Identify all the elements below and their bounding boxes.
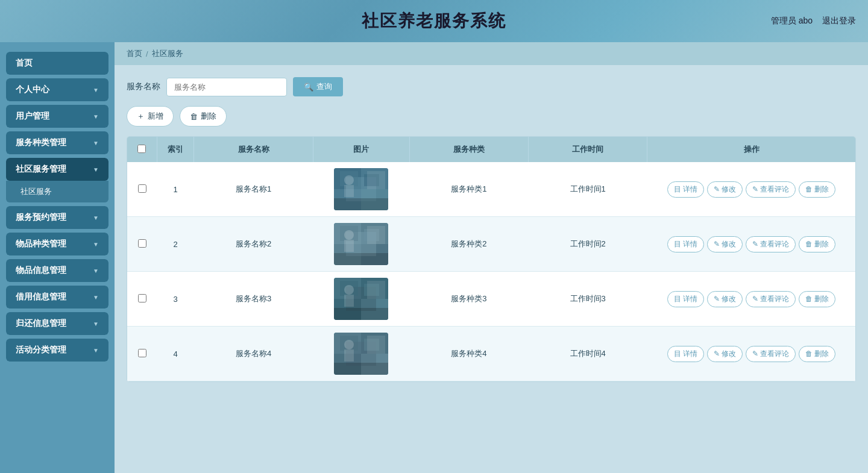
sidebar-return-info-label: 归还信息管理 xyxy=(16,318,66,329)
delete-button[interactable]: 🗑 删除 xyxy=(799,181,835,198)
col-checkbox xyxy=(127,137,157,162)
delete-button[interactable]: 🗑 删除 xyxy=(799,236,835,252)
sidebar-item-goods-info[interactable]: 物品信息管理 ▼ xyxy=(6,259,108,282)
row-name: 服务名称4 xyxy=(194,327,313,381)
comment-button[interactable]: ✎ 查看评论 xyxy=(746,236,796,252)
sidebar-home-header[interactable]: 首页 xyxy=(6,52,108,75)
svg-rect-29 xyxy=(367,281,385,299)
row-time: 工作时间1 xyxy=(529,162,647,217)
sidebar-community-service-header[interactable]: 社区服务管理 ▼ xyxy=(6,158,108,181)
sidebar-item-return-info[interactable]: 归还信息管理 ▼ xyxy=(6,312,108,335)
sidebar-reservation-header[interactable]: 服务预约管理 ▼ xyxy=(6,206,108,229)
row-name: 服务名称2 xyxy=(194,217,313,272)
search-input[interactable] xyxy=(166,78,287,96)
edit-button[interactable]: ✎ 修改 xyxy=(707,236,743,252)
chevron-down-icon: ▼ xyxy=(93,87,99,93)
main-content: 首页 / 社区服务 服务名称 🔍 查询 ＋ 新增 xyxy=(115,42,868,473)
detail-button[interactable]: 目 详情 xyxy=(667,236,704,252)
svg-rect-38 xyxy=(334,363,388,375)
sidebar-item-personal[interactable]: 个人中心 ▼ xyxy=(6,78,108,101)
row-checkbox-cell xyxy=(127,327,157,381)
op-buttons: 目 详情 ✎ 修改 ✎ 查看评论 🗑 删除 xyxy=(653,291,849,307)
row-checkbox-3[interactable] xyxy=(138,294,146,302)
op-buttons: 目 详情 ✎ 修改 ✎ 查看评论 🗑 删除 xyxy=(653,181,849,198)
sidebar-item-reservation[interactable]: 服务预约管理 ▼ xyxy=(6,206,108,229)
svg-rect-28 xyxy=(334,308,388,320)
chevron-down-icon: ▼ xyxy=(93,321,99,327)
breadcrumb-separator: / xyxy=(146,49,148,58)
row-operations: 目 详情 ✎ 修改 ✎ 查看评论 🗑 删除 xyxy=(647,162,855,217)
add-button[interactable]: ＋ 新增 xyxy=(127,106,174,127)
row-checkbox-4[interactable] xyxy=(138,349,146,357)
row-time: 工作时间2 xyxy=(529,217,647,272)
comment-button[interactable]: ✎ 查看评论 xyxy=(746,346,796,362)
row-operations: 目 详情 ✎ 修改 ✎ 查看评论 🗑 删除 xyxy=(647,217,855,272)
logout-button[interactable]: 退出登录 xyxy=(822,16,856,27)
sidebar-item-goods-type[interactable]: 物品种类管理 ▼ xyxy=(6,233,108,255)
sidebar-return-info-header[interactable]: 归还信息管理 ▼ xyxy=(6,312,108,335)
sidebar-goods-info-header[interactable]: 物品信息管理 ▼ xyxy=(6,259,108,282)
app-title: 社区养老服务系统 xyxy=(362,10,506,33)
svg-rect-37 xyxy=(344,349,354,362)
breadcrumb-current: 社区服务 xyxy=(152,48,183,59)
edit-button[interactable]: ✎ 修改 xyxy=(707,291,743,307)
sidebar-user-mgmt-header[interactable]: 用户管理 ▼ xyxy=(6,105,108,128)
row-checkbox-cell xyxy=(127,272,157,327)
sidebar-item-service-type[interactable]: 服务种类管理 ▼ xyxy=(6,131,108,154)
row-type: 服务种类3 xyxy=(409,272,528,327)
edit-icon: ✎ xyxy=(714,240,720,248)
detail-button[interactable]: 目 详情 xyxy=(667,291,704,307)
sidebar-item-home[interactable]: 首页 xyxy=(6,52,108,75)
svg-point-16 xyxy=(344,230,354,240)
detail-button[interactable]: 目 详情 xyxy=(667,346,704,362)
delete-label: 删除 xyxy=(201,111,216,122)
edit-button[interactable]: ✎ 修改 xyxy=(707,181,743,198)
thumbnail xyxy=(334,168,388,210)
delete-button[interactable]: 🗑 删除 xyxy=(799,346,835,362)
search-button[interactable]: 🔍 查询 xyxy=(293,77,343,96)
svg-rect-19 xyxy=(367,226,385,244)
header: 社区养老服务系统 管理员 abo 退出登录 xyxy=(0,0,868,42)
row-checkbox-1[interactable] xyxy=(138,184,146,193)
row-name: 服务名称3 xyxy=(194,272,313,327)
sidebar-submenu-community-service[interactable]: 社区服务 xyxy=(6,181,108,202)
svg-rect-8 xyxy=(334,198,388,210)
sidebar-item-user-mgmt[interactable]: 用户管理 ▼ xyxy=(6,105,108,128)
sidebar-goods-type-label: 物品种类管理 xyxy=(16,239,66,249)
table-body: 1 服务名称1 服务种类1 xyxy=(127,162,855,381)
sidebar-community-submenu: 社区服务 xyxy=(6,181,108,202)
sidebar-personal-header[interactable]: 个人中心 ▼ xyxy=(6,78,108,101)
row-index: 1 xyxy=(157,162,194,217)
sidebar-activity-type-header[interactable]: 活动分类管理 ▼ xyxy=(6,339,108,362)
row-checkbox-cell xyxy=(127,162,157,217)
row-operations: 目 详情 ✎ 修改 ✎ 查看评论 🗑 删除 xyxy=(647,272,855,327)
content-area: 服务名称 🔍 查询 ＋ 新增 🗑 删除 xyxy=(115,65,868,394)
comment-button[interactable]: ✎ 查看评论 xyxy=(746,291,796,307)
col-image: 图片 xyxy=(313,137,409,162)
op-buttons: 目 详情 ✎ 修改 ✎ 查看评论 🗑 删除 xyxy=(653,236,849,252)
delete-button[interactable]: 🗑 删除 xyxy=(799,291,835,307)
row-checkbox-2[interactable] xyxy=(138,239,146,248)
sidebar-goods-type-header[interactable]: 物品种类管理 ▼ xyxy=(6,233,108,255)
edit-button[interactable]: ✎ 修改 xyxy=(707,346,743,362)
layout: 首页 个人中心 ▼ 用户管理 ▼ 服务种类管理 ▼ 社区服务管理 ▼ xyxy=(0,42,868,473)
sidebar-item-activity-type[interactable]: 活动分类管理 ▼ xyxy=(6,339,108,362)
comment-icon: ✎ xyxy=(752,240,758,248)
sidebar: 首页 个人中心 ▼ 用户管理 ▼ 服务种类管理 ▼ 社区服务管理 ▼ xyxy=(0,42,115,473)
select-all-checkbox[interactable] xyxy=(137,145,146,153)
detail-button[interactable]: 目 详情 xyxy=(667,181,704,198)
batch-delete-button[interactable]: 🗑 删除 xyxy=(180,106,227,127)
sidebar-item-community-service[interactable]: 社区服务管理 ▼ 社区服务 xyxy=(6,158,108,202)
svg-rect-17 xyxy=(344,240,354,252)
detail-icon: 目 xyxy=(674,349,681,359)
op-buttons: 目 详情 ✎ 修改 ✎ 查看评论 🗑 删除 xyxy=(653,346,849,362)
sidebar-item-borrow-info[interactable]: 借用信息管理 ▼ xyxy=(6,286,108,309)
comment-button[interactable]: ✎ 查看评论 xyxy=(746,181,796,198)
row-operations: 目 详情 ✎ 修改 ✎ 查看评论 🗑 删除 xyxy=(647,327,855,381)
trash-row-icon: 🗑 xyxy=(805,240,813,248)
row-type: 服务种类2 xyxy=(409,217,528,272)
sidebar-service-type-header[interactable]: 服务种类管理 ▼ xyxy=(6,131,108,154)
chevron-down-icon: ▼ xyxy=(93,113,99,120)
breadcrumb-home[interactable]: 首页 xyxy=(127,48,142,59)
sidebar-borrow-info-header[interactable]: 借用信息管理 ▼ xyxy=(6,286,108,309)
